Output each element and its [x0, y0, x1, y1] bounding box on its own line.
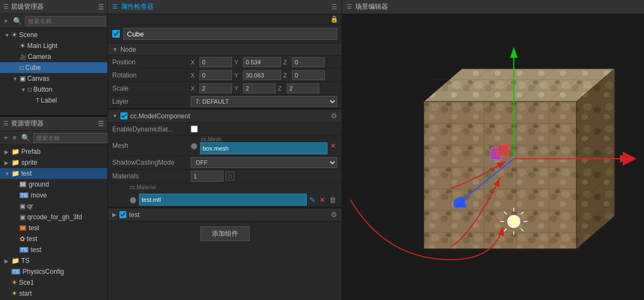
- mesh-input-container: cc.Mesh: [200, 137, 327, 154]
- asset-item-test-mtl[interactable]: M test: [0, 223, 107, 233]
- hierarchy-toolbar: + 🔍 ⇱ ↻: [0, 14, 107, 28]
- asset-settings-icon[interactable]: ☰: [98, 120, 104, 128]
- asset-item-sce1[interactable]: ☀ Sce1: [0, 277, 107, 288]
- asset-item-test-ts2[interactable]: TS test: [0, 244, 107, 255]
- material-edit-btn[interactable]: ✎: [308, 195, 317, 205]
- hierarchy-search-btn[interactable]: 🔍: [11, 17, 23, 25]
- svg-rect-51: [497, 145, 509, 156]
- mesh-input[interactable]: [200, 142, 327, 154]
- inspector-header: ☰ 属性检查器 ☰: [108, 0, 342, 14]
- inspector-body: 🔒 ▼ Node Position X Y Z: [108, 14, 342, 300]
- qr-label: qr: [27, 202, 33, 210]
- rotation-row: Rotation X Y Z: [108, 69, 342, 82]
- node-name-input[interactable]: [123, 28, 337, 40]
- rotation-y-input[interactable]: [243, 70, 281, 80]
- scale-y-input[interactable]: [243, 83, 276, 93]
- scale-label: Scale: [112, 85, 189, 92]
- hierarchy-item-button[interactable]: ▼ □ Button: [0, 84, 107, 95]
- hierarchy-search-input[interactable]: [25, 16, 106, 26]
- model-comp-gear-icon[interactable]: ⚙: [331, 112, 337, 120]
- asset-layout-btn[interactable]: ≡: [11, 134, 18, 141]
- rotation-z-input[interactable]: [292, 70, 325, 80]
- scale-z-input[interactable]: [287, 83, 319, 93]
- hierarchy-item-label[interactable]: T Label: [0, 95, 107, 106]
- svg-marker-18: [424, 101, 576, 249]
- asset-item-test-ts1[interactable]: ✿ test: [0, 233, 107, 244]
- scene-arrow: ▼: [4, 32, 10, 38]
- asset-item-physics[interactable]: TS PhysicsConfig: [0, 266, 107, 277]
- scene-editor-body[interactable]: [342, 14, 644, 300]
- asset-item-move[interactable]: TS move: [0, 190, 107, 201]
- scale-x-label: X: [191, 85, 197, 92]
- materials-expand-btn[interactable]: □: [226, 172, 234, 181]
- hierarchy-settings-icon[interactable]: ☰: [98, 3, 104, 11]
- physics-badge: TS: [11, 269, 20, 274]
- position-z-input[interactable]: [292, 57, 325, 67]
- test-section-gear-icon[interactable]: ⚙: [331, 211, 337, 219]
- ground-type-badge: M: [20, 182, 26, 187]
- shadow-select[interactable]: OFF: [191, 157, 337, 168]
- add-comp-area: 添加组件: [108, 221, 342, 245]
- asset-header-icons: ☰: [98, 120, 104, 128]
- asset-item-sprite[interactable]: ▶ 📁 sprite: [0, 157, 107, 168]
- test-folder-label: test: [21, 170, 32, 177]
- asset-item-prefab[interactable]: ▶ 📁 Prefab: [0, 146, 107, 157]
- material-delete-btn[interactable]: 🗑: [328, 195, 337, 205]
- hierarchy-scene-root[interactable]: ▼ ☀ Scene: [0, 29, 107, 40]
- inspector-settings-icon[interactable]: ☰: [331, 3, 337, 11]
- lock-row: 🔒: [108, 14, 342, 25]
- button-arrow: ▼: [21, 87, 26, 93]
- asset-item-start[interactable]: ☀ start: [0, 288, 107, 299]
- add-comp-button[interactable]: 添加组件: [201, 226, 250, 241]
- material-input[interactable]: [139, 194, 307, 206]
- start-icon: ☀: [11, 290, 17, 297]
- asset-item-ground[interactable]: M ground: [0, 179, 107, 190]
- scale-x-input[interactable]: [199, 83, 232, 93]
- asset-tree: ▶ 📁 Prefab ▶ 📁 sprite ▼ 📁 test: [0, 145, 107, 300]
- materials-count-input[interactable]: [191, 171, 223, 182]
- test-folder-icon: 📁: [11, 170, 20, 177]
- enable-dynamic-checkbox[interactable]: [191, 125, 198, 133]
- mesh-remove-btn[interactable]: ✕: [329, 141, 337, 151]
- ts-folder-label: TS: [21, 257, 29, 265]
- hierarchy-panel-title: 层级管理器: [11, 2, 96, 11]
- asset-item-qrcode[interactable]: ▣ qrcode_for_gh_3fd: [0, 212, 107, 223]
- test-section-checkbox[interactable]: [119, 211, 126, 218]
- hierarchy-item-canvas[interactable]: ▼ ▣ Canvas: [0, 73, 107, 84]
- sce1-icon: ☀: [11, 279, 17, 286]
- position-y-input[interactable]: [243, 57, 281, 67]
- hierarchy-panel-icon: ☰: [3, 3, 9, 10]
- hierarchy-add-btn[interactable]: +: [2, 17, 10, 25]
- prefab-label: Prefab: [21, 148, 40, 155]
- hierarchy-item-cube[interactable]: □ Cube: [0, 62, 107, 73]
- position-y-label: Y: [234, 59, 241, 65]
- mesh-link-icon: ⬤: [191, 142, 197, 149]
- mesh-row: Mesh ⬤ cc.Mesh ✕: [108, 136, 342, 156]
- lock-icon[interactable]: 🔒: [330, 15, 338, 23]
- node-section-arrow: ▼: [112, 46, 118, 52]
- hierarchy-item-camera[interactable]: 🎥 Camera: [0, 51, 107, 62]
- materials-count-value: □: [191, 171, 337, 182]
- mesh-field: ⬤ cc.Mesh ✕: [191, 137, 337, 154]
- test-ts2-badge: TS: [20, 247, 28, 253]
- rotation-x-input[interactable]: [199, 70, 232, 80]
- scale-inputs: X Y Z: [191, 83, 337, 93]
- position-x-input[interactable]: [199, 57, 232, 67]
- material-remove-btn[interactable]: ✕: [318, 195, 326, 205]
- node-enabled-checkbox[interactable]: [112, 30, 120, 38]
- qrcode-icon: ▣: [20, 213, 26, 221]
- asset-search-input[interactable]: [33, 133, 114, 143]
- asset-add-btn[interactable]: +: [2, 134, 10, 142]
- layer-select[interactable]: 7: DEFAULT: [191, 96, 337, 107]
- asset-item-ts-folder[interactable]: ▶ 📁 TS: [0, 255, 107, 266]
- asset-search-btn[interactable]: 🔍: [20, 134, 32, 142]
- model-comp-checkbox[interactable]: [120, 112, 127, 119]
- scale-z-label: Z: [278, 85, 284, 92]
- asset-item-test-folder[interactable]: ▼ 📁 test: [0, 168, 107, 179]
- asset-item-qr[interactable]: ▣ qr: [0, 201, 107, 212]
- model-comp-header: ▼ cc.ModelComponent ⚙: [108, 109, 342, 123]
- asset-panel-title: 资源管理器: [11, 119, 96, 128]
- position-inputs: X Y Z: [191, 57, 337, 67]
- hierarchy-item-main-light[interactable]: ☀ Main Light: [0, 40, 107, 51]
- sprite-folder-icon: 📁: [11, 159, 20, 166]
